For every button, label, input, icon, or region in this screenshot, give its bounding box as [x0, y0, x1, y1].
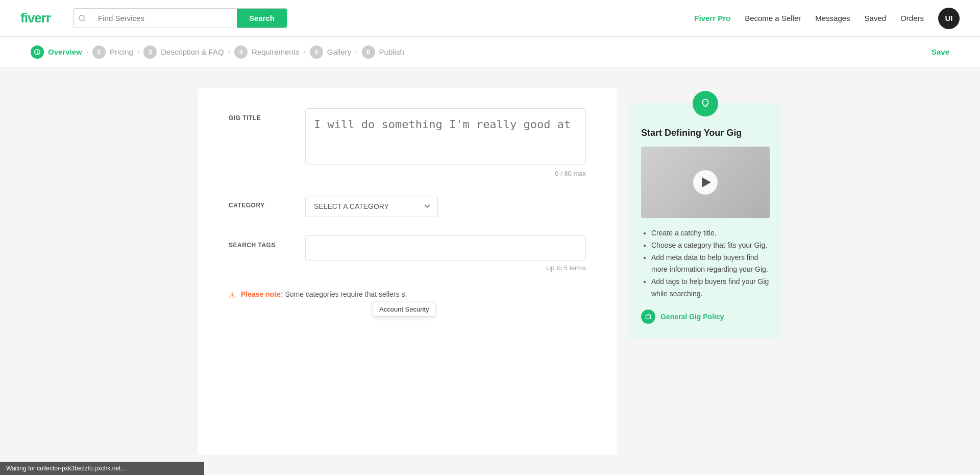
chevron-4: ›: [303, 48, 305, 56]
form-card: GIG TITLE 0 / 80 max CATEGORY SELECT A C…: [198, 88, 617, 455]
policy-icon: [641, 310, 655, 324]
warning-icon: ⚠: [229, 291, 236, 300]
step-2-circle: 2: [92, 45, 106, 59]
svg-point-0: [79, 15, 84, 20]
tip-card: Start Defining Your Gig Create a catchy …: [629, 103, 782, 338]
overview-icon: [31, 45, 44, 59]
chevron-5: ›: [355, 48, 357, 56]
svg-line-1: [84, 20, 85, 21]
step-5-circle: 5: [310, 45, 323, 59]
gig-title-input[interactable]: [305, 108, 586, 164]
step-3-circle: 3: [143, 45, 157, 59]
logo: fiverr: [20, 10, 51, 26]
search-input[interactable]: [91, 9, 237, 28]
tooltip-content: Account Security: [373, 302, 436, 317]
play-icon: [702, 177, 711, 187]
category-row: CATEGORY SELECT A CATEGORY: [229, 196, 586, 217]
nav-become-seller[interactable]: Become a Seller: [745, 14, 801, 22]
tip-icon: [693, 91, 718, 116]
main-content: GIG TITLE 0 / 80 max CATEGORY SELECT A C…: [0, 67, 980, 475]
note-text: Please note: Some categories require tha…: [241, 290, 407, 298]
gig-policy[interactable]: General Gig Policy: [641, 310, 770, 324]
breadcrumb-step-overview[interactable]: Overview: [31, 45, 82, 59]
breadcrumb-step-requirements[interactable]: 4 Requirements: [234, 45, 299, 59]
tip-item-1: Create a catchy title.: [651, 227, 770, 240]
header: fiverr Search Fiverr Pro Become a Seller…: [0, 0, 980, 37]
tip-item-3: Add meta data to help buyers find more i…: [651, 252, 770, 276]
breadcrumb-step-description[interactable]: 3 Description & FAQ: [143, 45, 224, 59]
breadcrumb: Overview › 2 Pricing › 3 Description & F…: [0, 37, 980, 67]
breadcrumb-step-publish[interactable]: 6 Publish: [362, 45, 404, 59]
search-icon: [74, 9, 91, 28]
tip-item-4: Add tags to help buyers find your Gig wh…: [651, 276, 770, 300]
step-4-circle: 4: [234, 45, 248, 59]
tooltip-trigger: s. Account Security: [401, 290, 407, 298]
step-gallery-label: Gallery: [327, 48, 352, 56]
breadcrumb-step-gallery[interactable]: 5 Gallery: [310, 45, 352, 59]
category-field: SELECT A CATEGORY: [305, 196, 586, 217]
avatar[interactable]: UI: [938, 8, 960, 29]
tags-hint: Up to 5 terms: [305, 264, 586, 272]
search-button[interactable]: Search: [237, 9, 287, 28]
header-nav: Fiverr Pro Become a Seller Messages Save…: [694, 8, 960, 29]
search-tags-field: Up to 5 terms: [305, 235, 586, 272]
nav-saved[interactable]: Saved: [865, 14, 887, 22]
gig-title-field: 0 / 80 max: [305, 108, 586, 177]
step-overview-label: Overview: [48, 48, 82, 56]
breadcrumb-step-pricing[interactable]: 2 Pricing: [92, 45, 133, 59]
nav-orders[interactable]: Orders: [900, 14, 924, 22]
nav-fiverr-pro[interactable]: Fiverr Pro: [694, 14, 730, 22]
tip-title: Start Defining Your Gig: [641, 128, 770, 138]
policy-label[interactable]: General Gig Policy: [660, 313, 724, 321]
status-bar: Waiting for collector-pxk3bezzfo.pxchk.n…: [0, 462, 204, 475]
chevron-2: ›: [137, 48, 139, 56]
search-tags-row: SEARCH TAGS Up to 5 terms: [229, 235, 586, 272]
search-tags-label: SEARCH TAGS: [229, 235, 285, 249]
tooltip: s. Account Security: [401, 290, 407, 298]
search-tags-input[interactable]: [305, 235, 586, 261]
step-6-circle: 6: [362, 45, 375, 59]
char-count: 0 / 80 max: [305, 170, 586, 177]
step-requirements-label: Requirements: [252, 48, 299, 56]
chevron-1: ›: [86, 48, 88, 56]
tip-list: Create a catchy title. Choose a category…: [641, 227, 770, 300]
gig-title-label: GIG TITLE: [229, 108, 285, 122]
step-pricing-label: Pricing: [110, 48, 133, 56]
chevron-3: ›: [228, 48, 230, 56]
step-publish-label: Publish: [379, 48, 404, 56]
please-note: ⚠ Please note: Some categories require t…: [229, 290, 586, 300]
category-select[interactable]: SELECT A CATEGORY: [305, 196, 438, 217]
video-thumbnail[interactable]: [641, 147, 770, 218]
search-bar: Search: [73, 8, 287, 28]
save-button[interactable]: Save: [932, 48, 949, 56]
step-description-label: Description & FAQ: [161, 48, 224, 56]
play-button[interactable]: [693, 170, 718, 195]
gig-title-row: GIG TITLE 0 / 80 max: [229, 108, 586, 177]
side-panel: Start Defining Your Gig Create a catchy …: [629, 88, 782, 455]
nav-messages[interactable]: Messages: [815, 14, 850, 22]
tip-item-2: Choose a category that fits your Gig.: [651, 240, 770, 252]
category-label: CATEGORY: [229, 196, 285, 209]
